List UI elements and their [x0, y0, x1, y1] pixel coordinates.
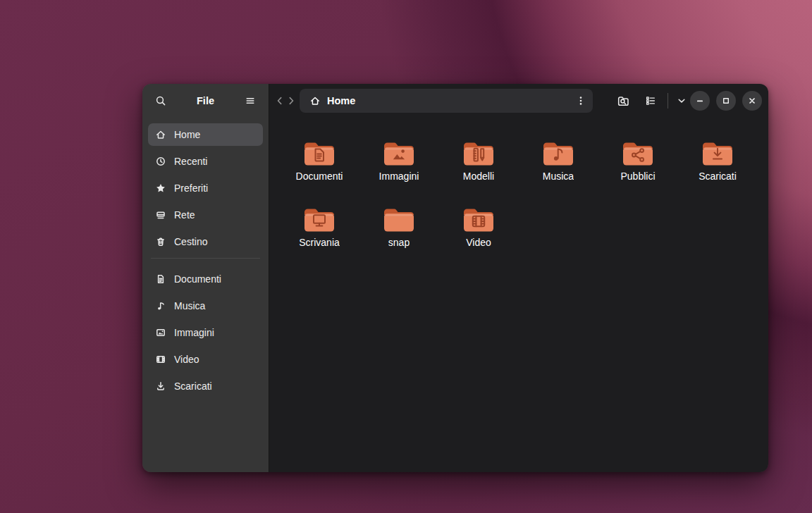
- trash-icon: [155, 236, 166, 247]
- folder-pubblici[interactable]: Pubblici: [601, 137, 675, 184]
- folder-icon-desktop: [302, 205, 336, 233]
- main-menu-button[interactable]: [239, 89, 262, 112]
- search-in-folder-button[interactable]: [611, 89, 635, 113]
- image-icon: [155, 327, 166, 338]
- folder-icon-music: [541, 139, 575, 167]
- view-options-button[interactable]: [673, 89, 690, 113]
- sidebar-item-label: Recenti: [174, 156, 207, 167]
- sidebar-item-immagini[interactable]: Immagini: [148, 321, 263, 344]
- sidebar-item-recenti[interactable]: Recenti: [148, 150, 263, 173]
- desktop-wallpaper: File HomeRecentiPreferitiReteCestinoDocu…: [0, 0, 812, 513]
- folder-musica[interactable]: Musica: [521, 137, 596, 184]
- sidebar-item-label: Musica: [174, 300, 205, 311]
- folder-video[interactable]: Video: [441, 204, 516, 250]
- folder-icon-image: [382, 139, 416, 167]
- toolbar: Home: [269, 84, 768, 118]
- sidebar-item-cestino[interactable]: Cestino: [148, 230, 263, 253]
- network-icon: [155, 209, 166, 221]
- file-grid: Documenti Immagini Modelli Musica Pubbli…: [269, 118, 768, 250]
- sidebar-item-musica[interactable]: Musica: [148, 295, 263, 317]
- folder-label: Scrivania: [299, 236, 340, 249]
- folder-scrivania[interactable]: Scrivania: [282, 204, 357, 250]
- home-icon: [155, 129, 166, 140]
- sidebar-header: File: [142, 84, 269, 118]
- back-button[interactable]: [274, 89, 285, 113]
- folder-label: Immagini: [379, 170, 419, 183]
- path-bar[interactable]: Home: [300, 89, 593, 113]
- sidebar-item-label: Rete: [174, 209, 195, 221]
- folder-label: Video: [466, 236, 491, 249]
- content-pane: Home Documenti: [269, 84, 768, 472]
- sidebar-item-home[interactable]: Home: [148, 123, 263, 146]
- sidebar-item-video[interactable]: Video: [148, 348, 263, 371]
- toolbar-divider: [668, 93, 668, 109]
- folder-documenti[interactable]: Documenti: [282, 137, 357, 184]
- sidebar-list: HomeRecentiPreferitiReteCestinoDocumenti…: [142, 118, 269, 402]
- folder-icon-document: [302, 139, 336, 167]
- list-view-button[interactable]: [639, 89, 663, 113]
- folder-icon-none: [382, 205, 416, 233]
- sidebar-separator: [151, 258, 260, 259]
- maximize-button[interactable]: [716, 91, 736, 111]
- view-actions: [611, 89, 690, 113]
- home-icon: [309, 95, 321, 106]
- files-window: File HomeRecentiPreferitiReteCestinoDocu…: [142, 84, 768, 472]
- window-title: File: [197, 95, 214, 106]
- clock-icon: [155, 156, 166, 167]
- sidebar-item-documenti[interactable]: Documenti: [148, 268, 263, 290]
- folder-label: Modelli: [463, 170, 494, 183]
- folder-label: Musica: [543, 170, 574, 183]
- folder-icon-download: [701, 139, 734, 167]
- sidebar-item-rete[interactable]: Rete: [148, 204, 263, 226]
- folder-label: snap: [388, 236, 410, 249]
- forward-button[interactable]: [285, 89, 297, 113]
- folder-label: Scaricati: [699, 170, 737, 183]
- window-controls: [690, 91, 767, 111]
- folder-label: Documenti: [296, 170, 343, 183]
- folder-icon-video: [462, 205, 496, 233]
- location-menu-button[interactable]: [571, 91, 591, 111]
- sidebar-item-preferiti[interactable]: Preferiti: [148, 177, 263, 199]
- folder-label: Pubblici: [620, 170, 655, 183]
- sidebar-item-label: Cestino: [174, 236, 207, 247]
- search-button[interactable]: [149, 89, 172, 112]
- folder-scaricati[interactable]: Scaricati: [680, 137, 755, 184]
- music-icon: [155, 300, 166, 311]
- sidebar-item-label: Video: [174, 354, 199, 365]
- sidebar-item-label: Preferiti: [174, 183, 208, 194]
- minimize-button[interactable]: [690, 91, 710, 111]
- video-icon: [155, 354, 166, 365]
- download-icon: [155, 381, 166, 392]
- folder-snap[interactable]: snap: [362, 204, 436, 250]
- folder-icon-share: [621, 139, 655, 167]
- sidebar: File HomeRecentiPreferitiReteCestinoDocu…: [142, 84, 269, 472]
- folder-modelli[interactable]: Modelli: [441, 137, 516, 184]
- close-button[interactable]: [742, 91, 762, 111]
- sidebar-item-label: Home: [174, 129, 200, 140]
- path-location-label: Home: [327, 95, 355, 106]
- sidebar-item-scaricati[interactable]: Scaricati: [148, 375, 263, 397]
- document-icon: [155, 273, 166, 285]
- star-icon: [155, 183, 166, 194]
- sidebar-item-label: Documenti: [174, 273, 221, 285]
- sidebar-item-label: Immagini: [174, 327, 214, 338]
- sidebar-item-label: Scaricati: [174, 381, 212, 392]
- folder-icon-templates: [462, 139, 496, 167]
- folder-immagini[interactable]: Immagini: [362, 137, 436, 184]
